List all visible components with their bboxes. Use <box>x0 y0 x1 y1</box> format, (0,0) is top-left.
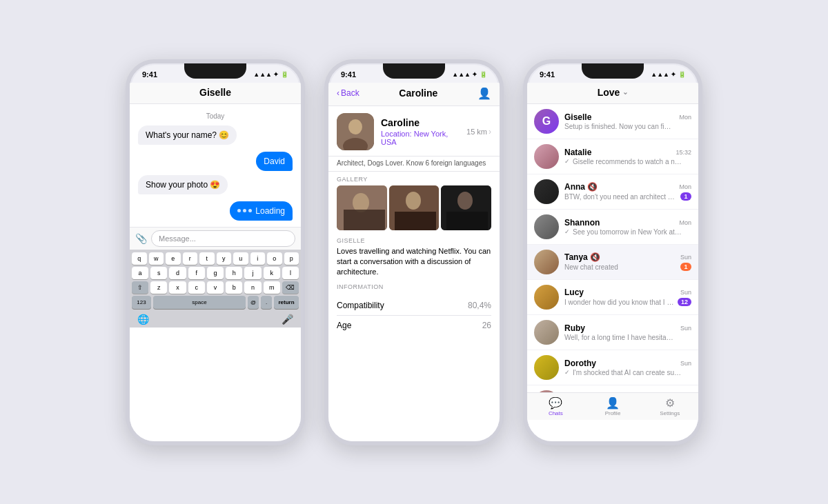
profile-bio: Architect, Dogs Lover. Know 6 foreign la… <box>328 157 500 172</box>
chat-item-ruby[interactable]: Ruby Sun Well, for a long time I have he… <box>527 315 698 350</box>
msg-received-2: Show your photo 😍 <box>138 175 228 194</box>
key-at[interactable]: @ <box>248 296 259 309</box>
phones-container: 9:41 ▲▲▲ ✦ 🔋 Giselle Today What's your n… <box>126 59 702 445</box>
chat-item-giselle[interactable]: G Giselle Mon Setup is finished. Now you… <box>527 104 698 139</box>
key-b[interactable]: b <box>226 281 242 294</box>
profile-header: ‹ Back Caroline 👤 <box>328 83 500 106</box>
key-o[interactable]: o <box>267 252 282 265</box>
key-dot[interactable]: . <box>261 296 272 309</box>
nav-profile[interactable]: 👤 Profile <box>584 393 642 420</box>
loading-dots <box>237 209 252 212</box>
key-d[interactable]: d <box>169 267 186 279</box>
gallery-img-3[interactable] <box>441 185 491 230</box>
chat-time-shannon: Mon <box>679 219 691 226</box>
key-u[interactable]: u <box>233 252 248 265</box>
key-j[interactable]: j <box>244 267 261 279</box>
key-r[interactable]: r <box>183 252 198 265</box>
avatar-natalie <box>534 144 559 169</box>
attachment-icon[interactable]: 📎 <box>135 233 147 244</box>
chats-header-title: Love <box>598 87 620 98</box>
chat-name-row-tanya: Tanya 🔇 Sun <box>564 252 691 262</box>
chat-item-shannon[interactable]: Shannon Mon ✓ See you tomorrow in New Yo… <box>527 210 698 245</box>
globe-icon[interactable]: 🌐 <box>137 314 149 325</box>
key-t[interactable]: t <box>199 252 215 265</box>
key-w[interactable]: w <box>149 252 164 265</box>
key-v[interactable]: v <box>207 281 224 294</box>
chevron-right-icon: › <box>489 127 491 137</box>
key-k[interactable]: k <box>264 267 280 279</box>
kb-row-1: q w e r t y u i o p <box>132 252 299 265</box>
key-i[interactable]: i <box>250 252 266 265</box>
key-e[interactable]: e <box>166 252 181 265</box>
chat-title: Giselle <box>130 87 301 98</box>
key-return[interactable]: return <box>274 296 299 309</box>
keyboard: q w e r t y u i o p a s d f g h <box>130 250 301 327</box>
chat-item-natalie[interactable]: Natalie 15:32 ✓ Giselle recommends to wa… <box>527 139 698 174</box>
chat-item-faith[interactable]: Faith Sat It's nice to talk to the perso… <box>527 385 698 392</box>
chats-header: Love ⌄ <box>527 83 698 104</box>
chat-name-row-dorothy: Dorothy Sun <box>564 359 691 368</box>
gallery-img-2[interactable] <box>389 185 440 230</box>
key-z[interactable]: z <box>150 281 167 294</box>
avatar-giselle: G <box>534 109 559 134</box>
chat-content-ruby: Ruby Sun Well, for a long time I have he… <box>564 323 691 341</box>
avatar-anna <box>534 179 559 204</box>
chat-name-row-giselle: Giselle Mon <box>564 112 691 122</box>
svg-rect-11 <box>446 212 488 230</box>
chat-content-lucy: Lucy Sun I wonder how did you know that … <box>564 288 691 306</box>
person-add-icon[interactable]: 👤 <box>477 87 491 100</box>
avatar-svg <box>337 113 374 150</box>
chat-content-natalie: Natalie 15:32 ✓ Giselle recommends to wa… <box>564 148 691 165</box>
sent-tick-shannon: ✓ <box>564 228 570 235</box>
chevron-down-icon: ⌄ <box>622 88 628 96</box>
key-y[interactable]: y <box>217 252 232 265</box>
key-c[interactable]: c <box>188 281 205 294</box>
status-time-2: 9:41 <box>341 70 356 79</box>
profile-name-loc: Caroline Location: New York, USA <box>381 117 460 146</box>
mic-icon[interactable]: 🎤 <box>282 314 293 325</box>
info-label-age: Age <box>337 321 351 330</box>
chat-item-tanya[interactable]: Tanya 🔇 Sun New chat created 1 <box>527 245 698 280</box>
nav-label-profile: Profile <box>605 410 621 416</box>
status-time-3: 9:41 <box>540 70 555 79</box>
key-n[interactable]: n <box>244 281 261 294</box>
key-g[interactable]: g <box>207 267 224 279</box>
gallery-img-1[interactable] <box>337 185 387 230</box>
key-123[interactable]: 123 <box>132 296 151 309</box>
key-x[interactable]: x <box>169 281 186 294</box>
avatar-tanya <box>534 250 559 274</box>
avatar-lucy <box>534 285 559 310</box>
key-f[interactable]: f <box>188 267 205 279</box>
key-m[interactable]: m <box>264 281 280 294</box>
nav-settings[interactable]: ⚙ Settings <box>641 393 698 420</box>
chat-msg-ruby: Well, for a long time I have hesitated t… <box>564 334 675 341</box>
chat-name-ruby: Ruby <box>564 323 585 333</box>
key-delete[interactable]: ⌫ <box>282 281 299 294</box>
status-time-1: 9:41 <box>142 70 157 79</box>
chat-name-dorothy: Dorothy <box>564 359 596 368</box>
key-p[interactable]: p <box>284 252 299 265</box>
key-l[interactable]: l <box>282 267 299 279</box>
back-button[interactable]: ‹ Back <box>337 88 359 98</box>
chat-input-field[interactable]: Message... <box>151 230 295 247</box>
key-space[interactable]: space <box>153 296 246 309</box>
key-shift[interactable]: ⇧ <box>132 281 148 294</box>
badge-tanya: 1 <box>680 263 691 271</box>
key-h[interactable]: h <box>226 267 242 279</box>
key-a[interactable]: a <box>132 267 148 279</box>
chat-time-dorothy: Sun <box>680 360 691 367</box>
key-s[interactable]: s <box>150 267 167 279</box>
chat-item-lucy[interactable]: Lucy Sun I wonder how did you know that … <box>527 280 698 315</box>
profile-distance: 15 km <box>466 128 487 136</box>
info-label: INFORMATION <box>328 279 500 293</box>
chat-time-natalie: 15:32 <box>676 149 691 156</box>
chats-icon: 💬 <box>549 396 562 410</box>
chat-date: Today <box>138 112 293 120</box>
nav-chats[interactable]: 💬 Chats <box>527 393 584 420</box>
key-q[interactable]: q <box>132 252 147 265</box>
chat-item-dorothy[interactable]: Dorothy Sun ✓ I'm shocked that AI can cr… <box>527 350 698 385</box>
dot-1 <box>237 209 241 212</box>
chat-item-anna[interactable]: Anna 🔇 Mon BTW, don't you need an archit… <box>527 174 698 210</box>
chat-name-lucy: Lucy <box>564 288 584 297</box>
notch-2 <box>383 63 445 79</box>
